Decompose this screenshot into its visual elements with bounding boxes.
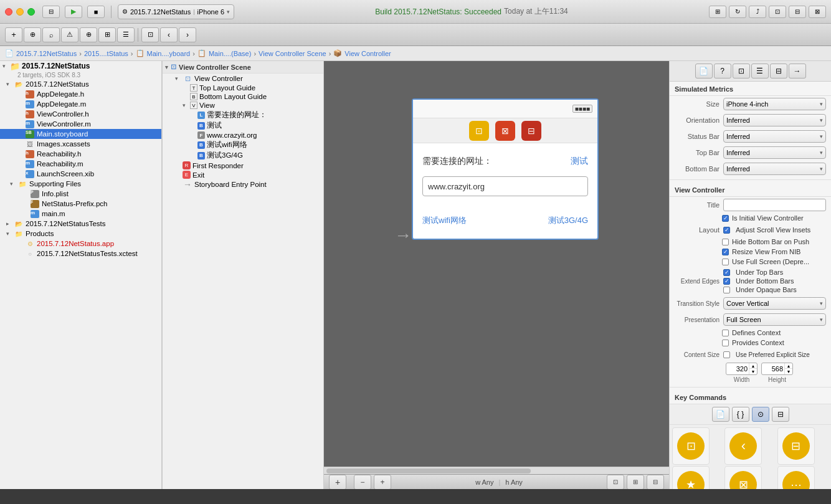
grid-item-1[interactable]: ⊡ [672,427,710,465]
under-top-checkbox[interactable]: ✓ [723,269,730,276]
canvas-scrollbar[interactable] [324,467,669,474]
maximize-button[interactable] [27,8,35,16]
key-cmd-3[interactable]: ⊙ [752,407,769,422]
minimize-button[interactable] [16,8,24,16]
statusbar-select[interactable]: Inferred ▾ [723,130,826,143]
outline-textfield[interactable]: F www.crazyit.org [163,131,323,140]
tree-item-appdelegatem[interactable]: m AppDelegate.m [0,99,161,109]
grid-view-button[interactable]: ⊞ [709,6,726,18]
size-inspector-button[interactable]: ⊟ [770,64,787,78]
nav-back-button[interactable]: ‹ [160,27,178,42]
height-up[interactable]: ▲ [785,363,792,369]
tree-item-mainm[interactable]: m main.m [0,209,161,219]
git-button[interactable]: ⊕ [80,27,97,42]
zoom-plus-button[interactable]: + [374,475,391,490]
grid-item-5[interactable]: ⊠ [724,466,762,489]
tree-project-root[interactable]: 📁 2015.7.12NetStatus [0,61,161,71]
navigator-toggle-button[interactable]: ⊠ [809,6,826,18]
outline-label[interactable]: L 需要连接的网址： [163,110,323,120]
zoom-minus-button[interactable]: − [354,475,371,490]
iphone-4g-button[interactable]: 测试3G/4G [548,215,588,226]
quick-help-button[interactable]: ? [714,64,731,78]
tree-item-xctest[interactable]: ○ 2015.7.12NetStatusTests.xctest [0,249,161,259]
outline-view-button[interactable]: ⊡ [141,27,159,42]
tree-item-appdelegateh[interactable]: h AppDelegate.h [0,89,161,99]
key-cmd-4[interactable]: ⊟ [772,407,789,422]
sidebar-toggle-button[interactable]: ⊟ [42,6,60,18]
breadcrumb-item-4[interactable]: Main....(Base) [209,50,251,57]
tree-item-app[interactable]: ⚙ 2015.7.12NetStatus.app [0,239,161,249]
height-stepper[interactable]: ▲ ▼ [784,363,792,374]
grid-item-6[interactable]: ⋯ [777,466,815,489]
bottombar-select[interactable]: Inferred ▾ [723,163,826,175]
key-cmd-2[interactable]: { } [732,407,749,422]
warning-button[interactable]: ⚠ [61,27,78,42]
stop-button[interactable]: ■ [87,6,105,18]
width-down[interactable]: ▼ [749,369,757,374]
orientation-select[interactable]: Inferred ▾ [723,114,826,126]
iphone-test-button[interactable]: 测试 [571,156,588,167]
outline-btn-wifi[interactable]: B 测试wifi网络 [163,140,323,150]
transition-select[interactable]: Cover Vertical ▾ [723,297,826,310]
share-button[interactable]: ⤴ [749,6,766,18]
adjust-scroll-checkbox[interactable]: ✓ [723,227,730,234]
annotation-button[interactable]: ☰ [117,27,135,42]
outline-vc-scene-header[interactable]: ▾ ⊡ View Controller Scene [163,61,323,74]
breadcrumb-item-5[interactable]: View Controller Scene [259,50,326,57]
outline-view[interactable]: V View [163,101,323,110]
resize-checkbox[interactable]: ✓ [722,249,729,255]
align-button[interactable]: ⊟ [647,475,664,490]
outline-entry-point[interactable]: → Storyboard Entry Point [163,179,323,189]
breadcrumb-item-6[interactable]: View Controller [344,50,391,57]
new-file-button[interactable]: + [5,27,22,42]
height-input[interactable] [762,365,784,373]
title-input[interactable] [723,199,826,211]
single-panel-button[interactable]: ⊡ [769,6,786,18]
hide-bottom-checkbox[interactable] [722,239,729,245]
run-button[interactable]: ▶ [65,6,82,18]
outline-vc[interactable]: ⊡ View Controller [163,74,323,83]
tree-tests-group[interactable]: 📂 2015.7.12NetStatusTests [0,219,161,229]
bookmark-button[interactable]: ⊞ [98,27,116,42]
grid-item-3[interactable]: ⊟ [777,427,815,465]
height-down[interactable]: ▼ [785,369,792,374]
tree-item-prefix[interactable]: F NetStatus-Prefix.pch [0,199,161,209]
identity-inspector-button[interactable]: ⊡ [733,64,750,78]
tree-supporting-files[interactable]: 📁 Supporting Files [0,179,161,189]
tree-item-viewcontrollerm[interactable]: m ViewController.m [0,119,161,129]
breadcrumb-item-3[interactable]: Main....yboard [147,50,191,57]
iphone-wifi-button[interactable]: 测试wifi网络 [422,215,467,226]
tree-item-mainstoryboard[interactable]: SB Main.storyboard [0,129,161,139]
tree-products-group[interactable]: 📁 Products [0,229,161,239]
fullscreen-checkbox[interactable] [722,259,729,265]
outline-top-layout[interactable]: T Top Layout Guide [163,83,323,92]
outline-exit[interactable]: E Exit [163,170,323,179]
file-inspector-button[interactable]: 📄 [695,64,713,78]
width-up[interactable]: ▲ [749,363,757,369]
size-select[interactable]: iPhone 4-inch ▾ [723,98,826,110]
scheme-selector[interactable]: ⚙ 2015.7.12NetStatus | iPhone 6 ▾ [118,4,234,19]
use-preferred-checkbox[interactable] [723,351,730,358]
topbar-select[interactable]: Inferred ▾ [723,146,826,159]
is-initial-checkbox[interactable]: ✓ [722,215,729,222]
outline-bottom-layout[interactable]: B Bottom Layout Guide [163,92,323,101]
grid-item-2[interactable]: ‹ [724,427,762,465]
under-opaque-checkbox[interactable] [723,287,730,293]
attributes-inspector-button[interactable]: ☰ [751,64,769,78]
connections-inspector-button[interactable]: → [789,64,806,78]
width-input[interactable] [726,365,749,373]
tree-item-viewcontrollerh[interactable]: h ViewController.h [0,109,161,119]
breadcrumb-item-1[interactable]: 2015.7.12NetStatus [16,50,77,57]
under-bottom-checkbox[interactable]: ✓ [723,278,730,285]
add-scene-button[interactable]: + [329,475,346,490]
tree-group-main[interactable]: 📂 2015.7.12NetStatus [0,79,161,89]
add-target-button[interactable]: ⊕ [24,27,41,42]
tree-item-infoplist[interactable]: P Info.plist [0,189,161,199]
close-button[interactable] [5,8,12,16]
constraint-button[interactable]: ⊡ [607,475,624,490]
grid-item-4[interactable]: ★ [672,466,710,489]
nav-forward-button[interactable]: › [179,27,196,42]
defines-context-checkbox[interactable] [722,330,729,336]
search-button[interactable]: ⌕ [42,27,60,42]
tree-item-launchscreen[interactable]: x LaunchScreen.xib [0,169,161,179]
